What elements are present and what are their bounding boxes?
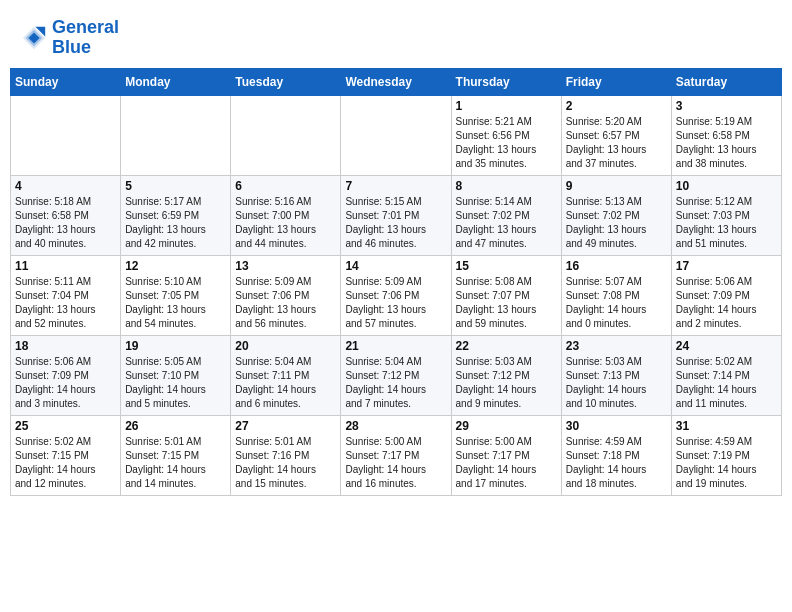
calendar-cell: 23Sunrise: 5:03 AM Sunset: 7:13 PM Dayli… [561, 335, 671, 415]
calendar-cell [341, 95, 451, 175]
day-info: Sunrise: 5:01 AM Sunset: 7:16 PM Dayligh… [235, 435, 336, 491]
day-info: Sunrise: 5:15 AM Sunset: 7:01 PM Dayligh… [345, 195, 446, 251]
day-number: 22 [456, 339, 557, 353]
calendar-cell: 21Sunrise: 5:04 AM Sunset: 7:12 PM Dayli… [341, 335, 451, 415]
calendar: SundayMondayTuesdayWednesdayThursdayFrid… [10, 68, 782, 496]
day-number: 24 [676, 339, 777, 353]
calendar-cell: 4Sunrise: 5:18 AM Sunset: 6:58 PM Daylig… [11, 175, 121, 255]
day-info: Sunrise: 4:59 AM Sunset: 7:18 PM Dayligh… [566, 435, 667, 491]
calendar-week-row: 1Sunrise: 5:21 AM Sunset: 6:56 PM Daylig… [11, 95, 782, 175]
day-info: Sunrise: 4:59 AM Sunset: 7:19 PM Dayligh… [676, 435, 777, 491]
calendar-cell: 15Sunrise: 5:08 AM Sunset: 7:07 PM Dayli… [451, 255, 561, 335]
calendar-cell: 18Sunrise: 5:06 AM Sunset: 7:09 PM Dayli… [11, 335, 121, 415]
weekday-header: Saturday [671, 68, 781, 95]
day-info: Sunrise: 5:04 AM Sunset: 7:12 PM Dayligh… [345, 355, 446, 411]
day-number: 9 [566, 179, 667, 193]
day-info: Sunrise: 5:17 AM Sunset: 6:59 PM Dayligh… [125, 195, 226, 251]
calendar-cell [231, 95, 341, 175]
day-number: 13 [235, 259, 336, 273]
day-number: 17 [676, 259, 777, 273]
day-info: Sunrise: 5:07 AM Sunset: 7:08 PM Dayligh… [566, 275, 667, 331]
day-number: 30 [566, 419, 667, 433]
day-number: 28 [345, 419, 446, 433]
calendar-week-row: 4Sunrise: 5:18 AM Sunset: 6:58 PM Daylig… [11, 175, 782, 255]
calendar-cell: 12Sunrise: 5:10 AM Sunset: 7:05 PM Dayli… [121, 255, 231, 335]
calendar-cell: 1Sunrise: 5:21 AM Sunset: 6:56 PM Daylig… [451, 95, 561, 175]
day-info: Sunrise: 5:11 AM Sunset: 7:04 PM Dayligh… [15, 275, 116, 331]
day-number: 23 [566, 339, 667, 353]
day-number: 31 [676, 419, 777, 433]
day-info: Sunrise: 5:09 AM Sunset: 7:06 PM Dayligh… [235, 275, 336, 331]
day-info: Sunrise: 5:00 AM Sunset: 7:17 PM Dayligh… [345, 435, 446, 491]
calendar-cell: 9Sunrise: 5:13 AM Sunset: 7:02 PM Daylig… [561, 175, 671, 255]
calendar-cell: 25Sunrise: 5:02 AM Sunset: 7:15 PM Dayli… [11, 415, 121, 495]
day-info: Sunrise: 5:20 AM Sunset: 6:57 PM Dayligh… [566, 115, 667, 171]
calendar-cell: 8Sunrise: 5:14 AM Sunset: 7:02 PM Daylig… [451, 175, 561, 255]
calendar-cell: 17Sunrise: 5:06 AM Sunset: 7:09 PM Dayli… [671, 255, 781, 335]
day-info: Sunrise: 5:04 AM Sunset: 7:11 PM Dayligh… [235, 355, 336, 411]
logo-text: General [52, 18, 119, 38]
day-info: Sunrise: 5:05 AM Sunset: 7:10 PM Dayligh… [125, 355, 226, 411]
day-info: Sunrise: 5:19 AM Sunset: 6:58 PM Dayligh… [676, 115, 777, 171]
day-info: Sunrise: 5:06 AM Sunset: 7:09 PM Dayligh… [676, 275, 777, 331]
weekday-header: Tuesday [231, 68, 341, 95]
calendar-week-row: 11Sunrise: 5:11 AM Sunset: 7:04 PM Dayli… [11, 255, 782, 335]
calendar-cell: 6Sunrise: 5:16 AM Sunset: 7:00 PM Daylig… [231, 175, 341, 255]
calendar-cell: 11Sunrise: 5:11 AM Sunset: 7:04 PM Dayli… [11, 255, 121, 335]
day-number: 8 [456, 179, 557, 193]
day-number: 25 [15, 419, 116, 433]
logo-text2: Blue [52, 38, 119, 58]
calendar-cell [11, 95, 121, 175]
day-info: Sunrise: 5:00 AM Sunset: 7:17 PM Dayligh… [456, 435, 557, 491]
calendar-cell: 26Sunrise: 5:01 AM Sunset: 7:15 PM Dayli… [121, 415, 231, 495]
calendar-cell: 30Sunrise: 4:59 AM Sunset: 7:18 PM Dayli… [561, 415, 671, 495]
day-number: 20 [235, 339, 336, 353]
day-info: Sunrise: 5:03 AM Sunset: 7:13 PM Dayligh… [566, 355, 667, 411]
day-info: Sunrise: 5:18 AM Sunset: 6:58 PM Dayligh… [15, 195, 116, 251]
weekday-header: Sunday [11, 68, 121, 95]
calendar-cell: 24Sunrise: 5:02 AM Sunset: 7:14 PM Dayli… [671, 335, 781, 415]
calendar-cell: 10Sunrise: 5:12 AM Sunset: 7:03 PM Dayli… [671, 175, 781, 255]
calendar-cell: 3Sunrise: 5:19 AM Sunset: 6:58 PM Daylig… [671, 95, 781, 175]
day-number: 21 [345, 339, 446, 353]
day-number: 14 [345, 259, 446, 273]
day-number: 18 [15, 339, 116, 353]
day-info: Sunrise: 5:06 AM Sunset: 7:09 PM Dayligh… [15, 355, 116, 411]
day-info: Sunrise: 5:01 AM Sunset: 7:15 PM Dayligh… [125, 435, 226, 491]
calendar-cell: 22Sunrise: 5:03 AM Sunset: 7:12 PM Dayli… [451, 335, 561, 415]
day-info: Sunrise: 5:13 AM Sunset: 7:02 PM Dayligh… [566, 195, 667, 251]
day-number: 10 [676, 179, 777, 193]
day-info: Sunrise: 5:09 AM Sunset: 7:06 PM Dayligh… [345, 275, 446, 331]
day-number: 5 [125, 179, 226, 193]
day-number: 26 [125, 419, 226, 433]
calendar-cell: 31Sunrise: 4:59 AM Sunset: 7:19 PM Dayli… [671, 415, 781, 495]
calendar-cell: 7Sunrise: 5:15 AM Sunset: 7:01 PM Daylig… [341, 175, 451, 255]
page-header: General Blue [10, 10, 782, 62]
day-info: Sunrise: 5:14 AM Sunset: 7:02 PM Dayligh… [456, 195, 557, 251]
calendar-cell: 28Sunrise: 5:00 AM Sunset: 7:17 PM Dayli… [341, 415, 451, 495]
calendar-cell: 29Sunrise: 5:00 AM Sunset: 7:17 PM Dayli… [451, 415, 561, 495]
calendar-cell: 2Sunrise: 5:20 AM Sunset: 6:57 PM Daylig… [561, 95, 671, 175]
day-number: 19 [125, 339, 226, 353]
day-number: 6 [235, 179, 336, 193]
day-number: 2 [566, 99, 667, 113]
day-number: 11 [15, 259, 116, 273]
day-info: Sunrise: 5:10 AM Sunset: 7:05 PM Dayligh… [125, 275, 226, 331]
calendar-header-row: SundayMondayTuesdayWednesdayThursdayFrid… [11, 68, 782, 95]
day-number: 3 [676, 99, 777, 113]
calendar-cell: 5Sunrise: 5:17 AM Sunset: 6:59 PM Daylig… [121, 175, 231, 255]
calendar-cell: 14Sunrise: 5:09 AM Sunset: 7:06 PM Dayli… [341, 255, 451, 335]
weekday-header: Friday [561, 68, 671, 95]
weekday-header: Wednesday [341, 68, 451, 95]
calendar-week-row: 25Sunrise: 5:02 AM Sunset: 7:15 PM Dayli… [11, 415, 782, 495]
day-info: Sunrise: 5:16 AM Sunset: 7:00 PM Dayligh… [235, 195, 336, 251]
calendar-cell [121, 95, 231, 175]
day-number: 4 [15, 179, 116, 193]
calendar-cell: 16Sunrise: 5:07 AM Sunset: 7:08 PM Dayli… [561, 255, 671, 335]
day-number: 12 [125, 259, 226, 273]
day-info: Sunrise: 5:02 AM Sunset: 7:15 PM Dayligh… [15, 435, 116, 491]
logo: General Blue [20, 18, 119, 58]
day-number: 1 [456, 99, 557, 113]
day-info: Sunrise: 5:21 AM Sunset: 6:56 PM Dayligh… [456, 115, 557, 171]
calendar-cell: 13Sunrise: 5:09 AM Sunset: 7:06 PM Dayli… [231, 255, 341, 335]
